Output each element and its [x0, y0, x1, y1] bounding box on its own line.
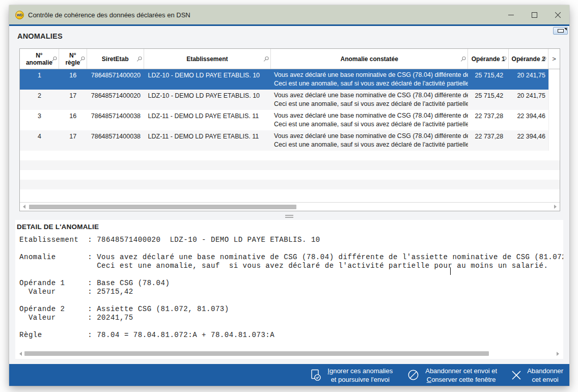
search-icon[interactable]	[79, 56, 85, 62]
cell-siret: 78648571400020	[87, 69, 144, 90]
cell-num-anomalie: 1	[20, 69, 59, 90]
cell-operande-1: 22 737,28	[468, 110, 509, 130]
window-title: Contrôle de cohérence des données déclar…	[28, 11, 190, 19]
text-caret	[450, 267, 451, 275]
cell-etablissement: LDZ-10 - DEMO LD PAYE ETABLIS. 10	[144, 90, 271, 110]
search-icon[interactable]	[501, 56, 507, 62]
cell-anomalie: Vous avez déclaré une base nominative de…	[271, 110, 468, 130]
label-part: et poursuivre l'envoi	[327, 375, 393, 384]
column-label: N° règle	[65, 52, 80, 66]
scrollbar-thumb[interactable]	[29, 205, 296, 209]
anomalie-line-2: Ceci est une anomalie, sauf si vous avez…	[274, 120, 468, 129]
cell-num-regle: 17	[59, 90, 87, 110]
column-label: Opérande 1	[472, 55, 505, 63]
ignore-anomalies-button[interactable]: Ignorer ces anomalies et poursuivre l'en…	[309, 367, 393, 384]
window-content: ANOMALIES N° anomalie N° règle SiretEtab…	[9, 26, 569, 386]
column-label: N° anomalie	[26, 52, 52, 66]
scroll-right-arrow[interactable]	[551, 203, 560, 211]
search-icon[interactable]	[263, 56, 269, 62]
detail-line: Valeur : 20241,75	[19, 314, 563, 322]
close-button[interactable]	[546, 5, 569, 24]
detail-line: Etablissement : 78648571400020 LDZ-10 - …	[19, 236, 563, 244]
detail-line	[19, 270, 563, 279]
search-icon[interactable]	[51, 56, 57, 62]
button-label: Abandonner cet envoi	[527, 367, 563, 384]
scroll-right-arrow[interactable]	[554, 350, 562, 358]
search-icon[interactable]	[460, 56, 466, 62]
action-bar: Ignorer ces anomalies et poursuivre l'en…	[9, 364, 569, 386]
table-row[interactable]: 4 17 78648571400038 LDZ-11 - DEMO LD PAY…	[20, 130, 560, 151]
window-controls	[499, 5, 569, 24]
scroll-left-arrow[interactable]	[16, 350, 25, 358]
maximize-button[interactable]	[522, 5, 546, 24]
row-spacer	[548, 90, 560, 110]
detail-line: Valeur : 25715,42	[19, 288, 563, 296]
anomalie-line-2: Ceci est une anomalie, sauf si vous avez…	[274, 141, 468, 149]
chevron-right-icon: >	[552, 55, 556, 63]
triangle-right-icon	[557, 352, 559, 356]
column-header-num-regle[interactable]: N° règle	[59, 49, 87, 69]
app-window: WD Contrôle de cohérence des données déc…	[9, 5, 569, 386]
empty-row-stripe	[20, 189, 560, 202]
detail-section-title: DETAIL DE L'ANOMALIE	[15, 220, 563, 231]
detail-horizontal-scrollbar[interactable]	[16, 350, 562, 358]
button-label: Abandonner cet envoi et Conserver cette …	[425, 367, 497, 384]
empty-row-stripe	[20, 160, 560, 170]
label-part: Abandonner cet envoi et	[425, 367, 497, 375]
cell-operande-2: 20 241,75	[509, 90, 548, 110]
empty-row-stripe	[20, 151, 560, 160]
detail-line	[19, 322, 563, 331]
cell-siret: 78648571400038	[87, 110, 144, 130]
table-header-row: N° anomalie N° règle SiretEtab Etablisse…	[20, 49, 560, 69]
cell-siret: 78648571400020	[87, 90, 144, 110]
button-label: Ignorer ces anomalies et poursuivre l'en…	[327, 367, 393, 384]
scroll-left-arrow[interactable]	[20, 203, 29, 211]
anomalie-line-1: Vous avez déclaré une base nominative de…	[274, 132, 468, 141]
detail-text-area[interactable]: Etablissement : 78648571400020 LDZ-10 - …	[15, 231, 563, 348]
cell-operande-2: 20 241,75	[509, 69, 548, 90]
column-label: Etablissement	[186, 55, 228, 63]
table-row[interactable]: 1 16 78648571400020 LDZ-10 - DEMO LD PAY…	[20, 69, 560, 90]
anomalies-table: N° anomalie N° règle SiretEtab Etablisse…	[19, 48, 560, 211]
column-header-siretetab[interactable]: SiretEtab	[87, 49, 144, 69]
label-part: onserver cette fenêtre	[431, 376, 496, 383]
maximize-icon	[532, 12, 537, 18]
maximize-window-button[interactable]	[553, 27, 568, 35]
row-spacer	[548, 69, 560, 90]
splitter-grip-icon	[285, 215, 293, 216]
table-horizontal-scrollbar[interactable]	[20, 202, 560, 211]
abandon-keep-window-button[interactable]: Abandonner cet envoi et Conserver cette …	[406, 367, 497, 384]
table-row[interactable]: 3 16 78648571400038 LDZ-11 - DEMO LD PAY…	[20, 110, 560, 130]
column-header-operande-2[interactable]: Opérande 2	[509, 49, 548, 69]
detail-line	[19, 296, 563, 305]
search-icon[interactable]	[541, 56, 546, 62]
triangle-right-icon	[554, 205, 557, 209]
cell-num-regle: 17	[59, 130, 87, 151]
cell-anomalie: Vous avez déclaré une base nominative de…	[271, 130, 468, 151]
cell-num-regle: 16	[59, 110, 87, 130]
titlebar[interactable]: WD Contrôle de cohérence des données déc…	[9, 5, 569, 24]
document-check-icon	[309, 369, 322, 382]
prohibition-icon	[406, 368, 420, 382]
cell-num-anomalie: 3	[20, 110, 59, 130]
column-header-anomalie-constatee[interactable]: Anomalie constatée	[271, 49, 468, 69]
table-row[interactable]: 2 17 78648571400020 LDZ-10 - DEMO LD PAY…	[20, 90, 560, 110]
search-icon[interactable]	[136, 56, 142, 62]
column-header-num-anomalie[interactable]: N° anomalie	[20, 49, 59, 69]
abandon-button[interactable]: Abandonner cet envoi	[511, 367, 563, 384]
cell-operande-2: 22 394,46	[509, 130, 548, 151]
cell-anomalie: Vous avez déclaré une base nominative de…	[271, 69, 468, 90]
label-part: Abandonner	[527, 367, 563, 375]
column-header-operande-1[interactable]: Opérande 1	[468, 49, 509, 69]
corner-arrow-icon	[564, 28, 567, 31]
cell-etablissement: LDZ-11 - DEMO LD PAYE ETABLIS. 11	[144, 130, 271, 151]
triangle-left-icon	[23, 205, 25, 209]
panel-splitter[interactable]	[9, 214, 569, 219]
column-header-etablissement[interactable]: Etablissement	[144, 49, 271, 69]
cell-operande-2: 22 394,46	[509, 110, 548, 130]
column-label: SiretEtab	[102, 55, 129, 63]
scrollbar-thumb[interactable]	[24, 351, 489, 356]
scroll-columns-right-button[interactable]: >	[548, 49, 560, 69]
minimize-button[interactable]	[499, 5, 522, 24]
row-spacer	[548, 110, 560, 130]
